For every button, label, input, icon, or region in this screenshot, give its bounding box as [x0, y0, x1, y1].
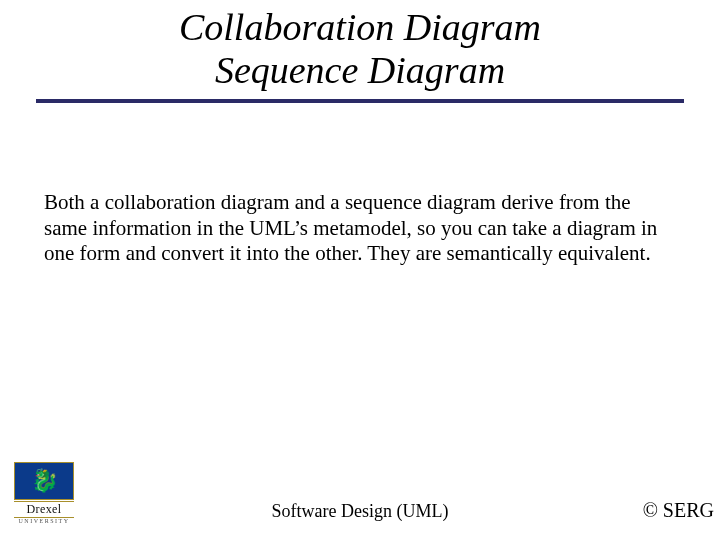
footer-right-text: © SERG [643, 499, 714, 522]
body-paragraph: Both a collaboration diagram and a seque… [44, 190, 676, 267]
drexel-logo-box: 🐉 [14, 462, 74, 500]
footer-center-text: Software Design (UML) [0, 501, 720, 522]
title-underline [36, 99, 684, 103]
slide-title-block: Collaboration Diagram Sequence Diagram [0, 0, 720, 103]
slide-title-line-2: Sequence Diagram [0, 49, 720, 92]
slide-body: Both a collaboration diagram and a seque… [44, 190, 676, 267]
slide-title-line-1: Collaboration Diagram [0, 6, 720, 49]
slide-footer: 🐉 Drexel UNIVERSITY Software Design (UML… [0, 470, 720, 530]
dragon-icon: 🐉 [31, 470, 58, 492]
